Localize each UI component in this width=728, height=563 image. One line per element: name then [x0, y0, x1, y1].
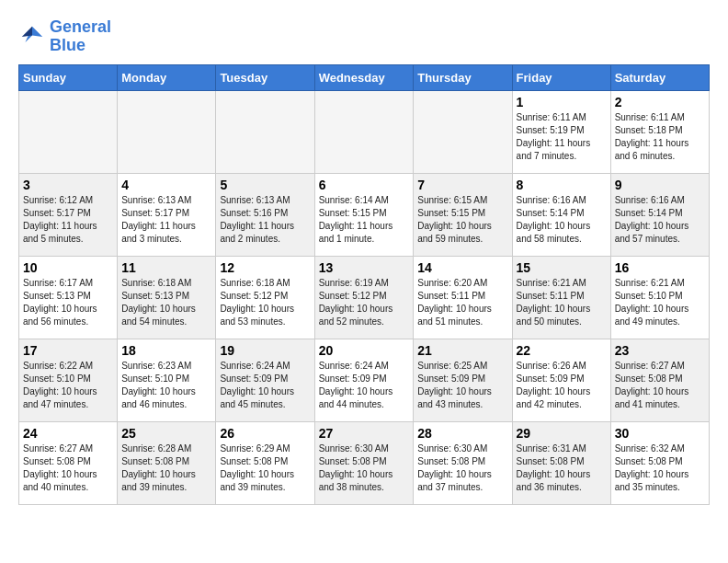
calendar-day-cell: [216, 90, 314, 173]
day-number: 19: [220, 343, 310, 358]
day-info: Sunrise: 6:14 AM Sunset: 5:15 PM Dayligh…: [319, 194, 410, 246]
day-number: 4: [121, 178, 211, 192]
calendar-day-cell: 28Sunrise: 6:30 AM Sunset: 5:08 PM Dayli…: [414, 421, 512, 504]
day-info: Sunrise: 6:18 AM Sunset: 5:12 PM Dayligh…: [220, 277, 310, 328]
day-info: Sunrise: 6:24 AM Sunset: 5:09 PM Dayligh…: [319, 360, 410, 411]
logo-icon: [18, 23, 46, 51]
weekday-header: SundayMondayTuesdayWednesdayThursdayFrid…: [19, 64, 710, 90]
day-number: 25: [121, 426, 211, 441]
day-number: 11: [121, 260, 211, 275]
day-number: 3: [23, 178, 113, 192]
weekday-header-cell: Monday: [118, 64, 216, 90]
day-number: 30: [615, 426, 705, 441]
calendar-day-cell: 18Sunrise: 6:23 AM Sunset: 5:10 PM Dayli…: [118, 339, 216, 421]
day-number: 6: [319, 178, 410, 192]
day-info: Sunrise: 6:28 AM Sunset: 5:08 PM Dayligh…: [121, 442, 211, 494]
calendar-day-cell: 12Sunrise: 6:18 AM Sunset: 5:12 PM Dayli…: [216, 256, 314, 339]
day-number: 27: [319, 426, 410, 441]
calendar-day-cell: 17Sunrise: 6:22 AM Sunset: 5:10 PM Dayli…: [19, 339, 118, 421]
calendar-day-cell: 21Sunrise: 6:25 AM Sunset: 5:09 PM Dayli…: [414, 339, 512, 421]
calendar-day-cell: 11Sunrise: 6:18 AM Sunset: 5:13 PM Dayli…: [118, 256, 216, 339]
day-number: 15: [517, 260, 607, 275]
weekday-header-cell: Thursday: [414, 64, 512, 90]
day-number: 10: [23, 260, 113, 275]
logo: General Blue: [18, 18, 111, 55]
day-number: 18: [121, 343, 211, 358]
calendar-week-row: 24Sunrise: 6:27 AM Sunset: 5:08 PM Dayli…: [19, 421, 710, 504]
calendar-week-row: 3Sunrise: 6:12 AM Sunset: 5:17 PM Daylig…: [19, 173, 710, 256]
calendar-day-cell: 20Sunrise: 6:24 AM Sunset: 5:09 PM Dayli…: [314, 339, 414, 421]
weekday-header-cell: Wednesday: [314, 64, 414, 90]
calendar-day-cell: 4Sunrise: 6:13 AM Sunset: 5:17 PM Daylig…: [118, 173, 216, 256]
day-info: Sunrise: 6:22 AM Sunset: 5:10 PM Dayligh…: [23, 360, 113, 411]
day-info: Sunrise: 6:31 AM Sunset: 5:08 PM Dayligh…: [517, 442, 607, 494]
day-info: Sunrise: 6:23 AM Sunset: 5:10 PM Dayligh…: [121, 360, 211, 411]
calendar: SundayMondayTuesdayWednesdayThursdayFrid…: [18, 64, 710, 505]
day-info: Sunrise: 6:11 AM Sunset: 5:18 PM Dayligh…: [615, 111, 705, 163]
day-info: Sunrise: 6:21 AM Sunset: 5:11 PM Dayligh…: [517, 277, 607, 328]
weekday-header-cell: Tuesday: [216, 64, 314, 90]
day-number: 13: [319, 260, 410, 275]
calendar-day-cell: 8Sunrise: 6:16 AM Sunset: 5:14 PM Daylig…: [512, 173, 610, 256]
day-info: Sunrise: 6:26 AM Sunset: 5:09 PM Dayligh…: [517, 360, 607, 411]
day-info: Sunrise: 6:19 AM Sunset: 5:12 PM Dayligh…: [319, 277, 410, 328]
day-info: Sunrise: 6:12 AM Sunset: 5:17 PM Dayligh…: [23, 194, 113, 246]
day-info: Sunrise: 6:13 AM Sunset: 5:16 PM Dayligh…: [220, 194, 310, 246]
calendar-week-row: 17Sunrise: 6:22 AM Sunset: 5:10 PM Dayli…: [19, 339, 710, 421]
calendar-day-cell: [19, 90, 118, 173]
day-info: Sunrise: 6:17 AM Sunset: 5:13 PM Dayligh…: [23, 277, 113, 328]
day-info: Sunrise: 6:32 AM Sunset: 5:08 PM Dayligh…: [615, 442, 705, 494]
day-info: Sunrise: 6:27 AM Sunset: 5:08 PM Dayligh…: [615, 360, 705, 411]
calendar-day-cell: 15Sunrise: 6:21 AM Sunset: 5:11 PM Dayli…: [512, 256, 610, 339]
day-info: Sunrise: 6:20 AM Sunset: 5:11 PM Dayligh…: [417, 277, 507, 328]
day-info: Sunrise: 6:15 AM Sunset: 5:15 PM Dayligh…: [417, 194, 507, 246]
calendar-day-cell: 13Sunrise: 6:19 AM Sunset: 5:12 PM Dayli…: [314, 256, 414, 339]
calendar-day-cell: [314, 90, 414, 173]
calendar-day-cell: 30Sunrise: 6:32 AM Sunset: 5:08 PM Dayli…: [610, 421, 709, 504]
day-number: 8: [517, 178, 607, 192]
day-number: 21: [417, 343, 507, 358]
day-number: 2: [615, 95, 705, 109]
day-info: Sunrise: 6:24 AM Sunset: 5:09 PM Dayligh…: [220, 360, 310, 411]
day-info: Sunrise: 6:21 AM Sunset: 5:10 PM Dayligh…: [615, 277, 705, 328]
day-info: Sunrise: 6:13 AM Sunset: 5:17 PM Dayligh…: [121, 194, 211, 246]
day-info: Sunrise: 6:25 AM Sunset: 5:09 PM Dayligh…: [417, 360, 507, 411]
calendar-week-row: 10Sunrise: 6:17 AM Sunset: 5:13 PM Dayli…: [19, 256, 710, 339]
day-number: 24: [23, 426, 113, 441]
day-number: 29: [517, 426, 607, 441]
logo-text: General Blue: [50, 18, 111, 55]
day-number: 5: [220, 178, 310, 192]
calendar-week-row: 1Sunrise: 6:11 AM Sunset: 5:19 PM Daylig…: [19, 90, 710, 173]
weekday-header-cell: Saturday: [610, 64, 709, 90]
calendar-day-cell: 2Sunrise: 6:11 AM Sunset: 5:18 PM Daylig…: [610, 90, 709, 173]
calendar-day-cell: 6Sunrise: 6:14 AM Sunset: 5:15 PM Daylig…: [314, 173, 414, 256]
header: General Blue: [18, 18, 710, 55]
day-number: 7: [417, 178, 507, 192]
calendar-day-cell: 26Sunrise: 6:29 AM Sunset: 5:08 PM Dayli…: [216, 421, 314, 504]
day-number: 17: [23, 343, 113, 358]
calendar-day-cell: 27Sunrise: 6:30 AM Sunset: 5:08 PM Dayli…: [314, 421, 414, 504]
day-number: 20: [319, 343, 410, 358]
weekday-header-cell: Friday: [512, 64, 610, 90]
day-info: Sunrise: 6:29 AM Sunset: 5:08 PM Dayligh…: [220, 442, 310, 494]
day-info: Sunrise: 6:18 AM Sunset: 5:13 PM Dayligh…: [121, 277, 211, 328]
calendar-day-cell: 7Sunrise: 6:15 AM Sunset: 5:15 PM Daylig…: [414, 173, 512, 256]
day-number: 26: [220, 426, 310, 441]
calendar-day-cell: 25Sunrise: 6:28 AM Sunset: 5:08 PM Dayli…: [118, 421, 216, 504]
day-info: Sunrise: 6:30 AM Sunset: 5:08 PM Dayligh…: [319, 442, 410, 494]
day-number: 9: [615, 178, 705, 192]
day-info: Sunrise: 6:11 AM Sunset: 5:19 PM Dayligh…: [517, 111, 607, 163]
calendar-day-cell: 23Sunrise: 6:27 AM Sunset: 5:08 PM Dayli…: [610, 339, 709, 421]
calendar-day-cell: 16Sunrise: 6:21 AM Sunset: 5:10 PM Dayli…: [610, 256, 709, 339]
calendar-day-cell: [414, 90, 512, 173]
calendar-day-cell: 29Sunrise: 6:31 AM Sunset: 5:08 PM Dayli…: [512, 421, 610, 504]
day-number: 16: [615, 260, 705, 275]
calendar-body: 1Sunrise: 6:11 AM Sunset: 5:19 PM Daylig…: [19, 90, 710, 504]
calendar-day-cell: [118, 90, 216, 173]
day-number: 14: [417, 260, 507, 275]
calendar-day-cell: 19Sunrise: 6:24 AM Sunset: 5:09 PM Dayli…: [216, 339, 314, 421]
day-number: 1: [517, 95, 607, 109]
calendar-day-cell: 22Sunrise: 6:26 AM Sunset: 5:09 PM Dayli…: [512, 339, 610, 421]
calendar-day-cell: 3Sunrise: 6:12 AM Sunset: 5:17 PM Daylig…: [19, 173, 118, 256]
day-number: 12: [220, 260, 310, 275]
